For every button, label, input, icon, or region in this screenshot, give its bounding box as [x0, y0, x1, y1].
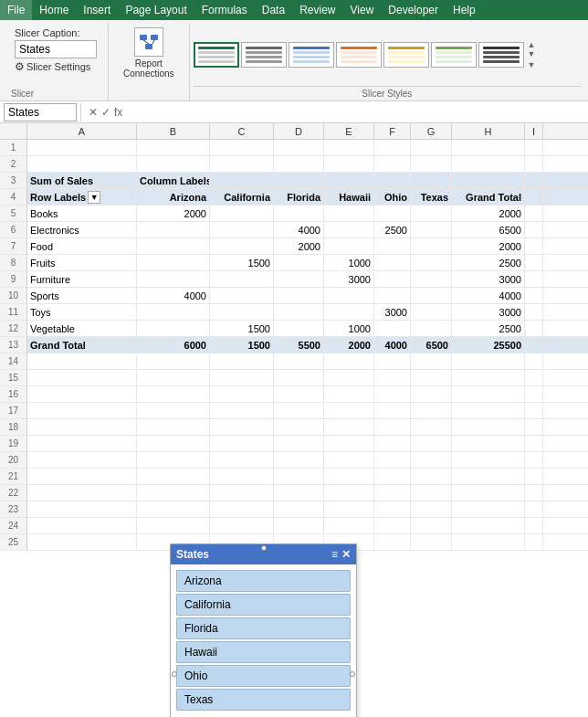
- cell-b9[interactable]: [137, 271, 210, 287]
- cell-e6[interactable]: [324, 222, 374, 237]
- cell-c23[interactable]: [210, 501, 274, 517]
- cell-g8[interactable]: [411, 255, 452, 270]
- cell-e1[interactable]: [324, 140, 374, 155]
- cell-a8[interactable]: Fruits: [27, 255, 137, 270]
- slicer-top-resize-handle[interactable]: [260, 544, 268, 552]
- confirm-icon[interactable]: ✓: [101, 106, 110, 119]
- cell-a12[interactable]: Vegetable: [27, 321, 137, 336]
- menu-formulas[interactable]: Formulas: [194, 0, 255, 20]
- slicer-item-arizona[interactable]: Arizona: [176, 570, 351, 592]
- cell-e18[interactable]: [324, 419, 374, 435]
- table-row[interactable]: [27, 501, 588, 518]
- cell-i15[interactable]: [525, 370, 543, 385]
- cell-h25[interactable]: [452, 534, 525, 550]
- table-row[interactable]: [27, 156, 588, 173]
- cell-b13[interactable]: 6000: [137, 337, 210, 353]
- cell-f17[interactable]: [374, 403, 411, 418]
- table-row[interactable]: [27, 485, 588, 501]
- cell-e15[interactable]: [324, 370, 374, 385]
- cell-f24[interactable]: [374, 518, 411, 533]
- slicer-item-hawaii[interactable]: Hawaii: [176, 641, 351, 663]
- cell-h1[interactable]: [452, 140, 525, 155]
- slicer-style-6[interactable]: [431, 42, 477, 68]
- cell-f10[interactable]: [374, 288, 411, 303]
- cell-e16[interactable]: [324, 386, 374, 402]
- table-row[interactable]: [27, 140, 588, 156]
- cell-g4[interactable]: Texas: [411, 189, 452, 205]
- table-row[interactable]: [27, 370, 588, 386]
- menu-review[interactable]: Review: [292, 0, 342, 20]
- cell-i6[interactable]: [525, 222, 543, 237]
- cell-f4[interactable]: Ohio: [374, 189, 411, 205]
- cell-b12[interactable]: [137, 321, 210, 336]
- cell-d7[interactable]: 2000: [274, 238, 324, 254]
- cell-d23[interactable]: [274, 501, 324, 517]
- cell-d6[interactable]: 4000: [274, 222, 324, 237]
- slicer-item-california[interactable]: California: [176, 594, 351, 616]
- table-row[interactable]: [27, 518, 588, 534]
- cell-a15[interactable]: [27, 370, 137, 385]
- cell-h23[interactable]: [452, 501, 525, 517]
- col-header-g[interactable]: G: [411, 123, 452, 139]
- cell-i16[interactable]: [525, 386, 543, 402]
- cell-a19[interactable]: [27, 436, 137, 451]
- cell-e20[interactable]: [324, 452, 374, 468]
- cell-h12[interactable]: 2500: [452, 321, 525, 336]
- cell-g13[interactable]: 6500: [411, 337, 452, 353]
- cell-f7[interactable]: [374, 238, 411, 254]
- cell-h13[interactable]: 25500: [452, 337, 525, 353]
- cell-d22[interactable]: [274, 485, 324, 501]
- cell-g9[interactable]: [411, 271, 452, 287]
- cell-f22[interactable]: [374, 485, 411, 501]
- cell-f18[interactable]: [374, 419, 411, 435]
- cell-i19[interactable]: [525, 436, 543, 451]
- cell-i2[interactable]: [525, 156, 543, 172]
- cell-h7[interactable]: 2000: [452, 238, 525, 254]
- table-row[interactable]: Sports 4000 4000: [27, 288, 588, 304]
- cell-g7[interactable]: [411, 238, 452, 254]
- cell-d14[interactable]: [274, 353, 324, 369]
- cell-g25[interactable]: [411, 534, 452, 550]
- cell-g12[interactable]: [411, 321, 452, 336]
- cell-c5[interactable]: [210, 206, 274, 221]
- cell-d19[interactable]: [274, 436, 324, 451]
- row-labels-filter[interactable]: ▼: [88, 191, 100, 204]
- cell-b8[interactable]: [137, 255, 210, 270]
- cancel-icon[interactable]: ✕: [89, 106, 98, 119]
- cell-d10[interactable]: [274, 288, 324, 303]
- table-row[interactable]: Vegetable 1500 1000 2500: [27, 321, 588, 337]
- cell-e17[interactable]: [324, 403, 374, 418]
- cell-c3[interactable]: [210, 173, 274, 188]
- cell-e11[interactable]: [324, 304, 374, 320]
- cell-c7[interactable]: [210, 238, 274, 254]
- cell-i3[interactable]: [525, 173, 543, 188]
- slicer-style-2[interactable]: [241, 42, 287, 68]
- col-header-b[interactable]: B: [137, 123, 210, 139]
- table-row[interactable]: Books 2000 2000: [27, 206, 588, 222]
- col-header-d[interactable]: D: [274, 123, 324, 139]
- cell-b14[interactable]: [137, 353, 210, 369]
- cell-g6[interactable]: [411, 222, 452, 237]
- cell-b16[interactable]: [137, 386, 210, 402]
- cell-c2[interactable]: [210, 156, 274, 172]
- cell-c17[interactable]: [210, 403, 274, 418]
- cell-g16[interactable]: [411, 386, 452, 402]
- cell-f23[interactable]: [374, 501, 411, 517]
- cell-g21[interactable]: [411, 469, 452, 484]
- formula-input[interactable]: [126, 104, 584, 121]
- menu-help[interactable]: Help: [446, 0, 483, 20]
- cell-b21[interactable]: [137, 469, 210, 484]
- cell-b23[interactable]: [137, 501, 210, 517]
- cell-d17[interactable]: [274, 403, 324, 418]
- cell-f16[interactable]: [374, 386, 411, 402]
- slicer-item-ohio[interactable]: Ohio: [176, 665, 351, 687]
- slicer-caption-input[interactable]: [15, 40, 97, 58]
- cell-g15[interactable]: [411, 370, 452, 385]
- cell-c13[interactable]: 1500: [210, 337, 274, 353]
- cell-e19[interactable]: [324, 436, 374, 451]
- slicer-settings-button[interactable]: ⚙ Slicer Settings: [15, 60, 97, 73]
- cell-h18[interactable]: [452, 419, 525, 435]
- cell-d15[interactable]: [274, 370, 324, 385]
- cell-h10[interactable]: 4000: [452, 288, 525, 303]
- cell-h16[interactable]: [452, 386, 525, 402]
